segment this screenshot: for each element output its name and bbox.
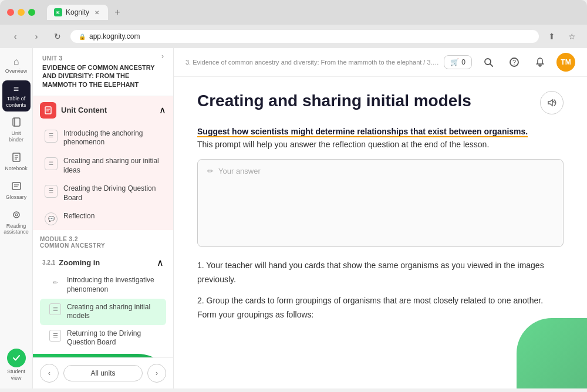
module-sub: 3.2.1 Zooming in ∧ ✏ Introducing the inv…: [40, 254, 166, 352]
share-icon[interactable]: ⬆: [544, 28, 560, 45]
browser-tabs: K Kognity ✕ +: [47, 5, 124, 20]
unit-item-intro-anchoring[interactable]: ☰ Introducing the anchoring phenomenon: [33, 124, 173, 152]
sidebar-unit-header: UNIT 3 EVIDENCE OF COMMON ANCESTRY AND D…: [33, 48, 173, 96]
unit-item-icon: ☰: [45, 130, 58, 143]
module-item-label: Introducing the investigative phenomenon: [67, 276, 164, 294]
browser-chrome: K Kognity ✕ + ‹ › ↻ 🔒 app.kognity.com ⬆ …: [0, 0, 587, 48]
svg-point-10: [15, 214, 18, 216]
prompt-body: This prompt will help you answer the ref…: [197, 140, 489, 149]
cart-count: 0: [461, 58, 465, 66]
next-button[interactable]: ›: [147, 364, 166, 383]
unit-item-label: Introducing the anchoring phenomenon: [63, 129, 166, 147]
forward-button[interactable]: ›: [28, 28, 45, 45]
glossary-label: Glossary: [6, 194, 27, 201]
search-button[interactable]: [479, 53, 498, 72]
zooming-in-chevron-icon: ∧: [157, 257, 164, 268]
binder-label: Unit binder: [5, 130, 28, 143]
main-content: 3. Evidence of common ancestry and diver…: [174, 48, 587, 388]
module-item-doc-icon: ☰: [49, 303, 61, 315]
bookmark-icon[interactable]: ☆: [564, 28, 580, 45]
unit-item-icon: ☰: [45, 157, 58, 170]
unit-item-creating-sharing[interactable]: ☰ Creating and sharing our initial ideas: [33, 152, 173, 180]
announcement-button[interactable]: [540, 91, 564, 114]
main-decoration: [517, 318, 587, 388]
module-item-label: Returning to the Driving Question Board: [67, 329, 164, 347]
module-item-intro-investigative[interactable]: ✏ Introducing the investigative phenomen…: [40, 272, 166, 298]
module-section: MODULE 3.2 COMMON ANCESTRY 3.2.1 Zooming…: [33, 230, 173, 354]
sidebar-item-student-view[interactable]: Student view: [2, 346, 31, 384]
binder-icon: [12, 117, 21, 129]
title-bar: K Kognity ✕ +: [0, 0, 587, 25]
prompt-text: Suggest how scientists might determine r…: [197, 125, 564, 151]
cart-icon: 🛒: [450, 58, 459, 66]
unit-content-title: Unit Content: [40, 102, 107, 119]
unit-title: EVIDENCE OF COMMON ANCESTRY AND DIVERSIT…: [42, 63, 161, 89]
sidebar-item-glossary[interactable]: Glossary: [2, 178, 31, 204]
unit-item-creating-dqb[interactable]: ☰ Creating the Driving Question Board: [33, 180, 173, 207]
unit-content-icon: [40, 102, 56, 119]
sidebar-collapse-button[interactable]: ›: [161, 52, 164, 60]
unit-label: UNIT 3: [42, 55, 164, 62]
module-sub-title: 3.2.1 Zooming in: [42, 258, 100, 267]
sidebar-item-notebook[interactable]: Notebook: [2, 149, 31, 175]
address-bar[interactable]: 🔒 app.kognity.com: [70, 30, 539, 43]
refresh-button[interactable]: ↻: [49, 28, 66, 45]
sidebar-item-binder[interactable]: Unit binder: [2, 114, 31, 147]
unit-item-label: Creating and sharing our initial ideas: [63, 157, 166, 175]
unit-item-icon: ☰: [45, 185, 58, 198]
notification-button[interactable]: [531, 53, 549, 72]
lock-icon: 🔒: [79, 33, 86, 40]
overview-label: Overview: [5, 68, 28, 75]
new-tab-button[interactable]: +: [110, 5, 124, 19]
reading-icon: [12, 210, 21, 222]
notebook-icon: [12, 153, 21, 164]
sidebar-item-toc[interactable]: ≡ Table of contents: [2, 80, 31, 112]
close-button[interactable]: [7, 9, 14, 16]
cart-button[interactable]: 🛒 0: [444, 55, 472, 69]
reading-label: Reading assistance: [4, 223, 29, 236]
content-text-2: 2. Group the cards to form groupings of …: [197, 294, 564, 322]
answer-input-area[interactable]: ✏ Your answer: [197, 159, 564, 247]
user-avatar[interactable]: TM: [556, 53, 575, 72]
notebook-label: Notebook: [5, 165, 28, 172]
help-button[interactable]: ?: [505, 53, 524, 72]
svg-text:?: ?: [512, 59, 516, 66]
tab-close-icon[interactable]: ✕: [93, 8, 101, 16]
tab-favicon: K: [54, 8, 62, 16]
all-units-button[interactable]: All units: [63, 365, 143, 381]
sidebar-item-reading[interactable]: Reading assistance: [2, 207, 31, 239]
main-body: Creating and sharing initial models Sugg…: [174, 77, 587, 388]
unit-item-label: Creating the Driving Question Board: [63, 184, 166, 202]
prompt-highlight: Suggest how scientists might determine r…: [197, 127, 528, 137]
module-sub-header[interactable]: 3.2.1 Zooming in ∧: [40, 254, 166, 272]
unit-item-reflection[interactable]: 💬 Reflection: [33, 207, 173, 230]
maximize-button[interactable]: [28, 9, 35, 16]
active-tab[interactable]: K Kognity ✕: [47, 5, 108, 20]
unit-content-chevron-icon: ∧: [159, 104, 166, 116]
main-header: 3. Evidence of common ancestry and diver…: [174, 48, 587, 77]
header-actions: 🛒 0 ? TM: [444, 53, 575, 72]
sidebar-item-overview[interactable]: ⌂ Overview: [2, 53, 31, 78]
module-item-returning-dqb[interactable]: ☰ Returning to the Driving Question Boar…: [40, 325, 166, 352]
zooming-in-label: Zooming in: [59, 258, 100, 267]
minimize-button[interactable]: [18, 9, 25, 16]
back-button[interactable]: ‹: [7, 28, 23, 45]
module-item-creating-sharing-initial[interactable]: ☰ Creating and sharing initial models: [40, 299, 166, 325]
prompt-section: Suggest how scientists might determine r…: [197, 125, 564, 248]
svg-rect-11: [45, 107, 51, 114]
answer-placeholder: Your answer: [218, 167, 261, 175]
student-view-circle: [7, 349, 26, 367]
glossary-icon: [12, 181, 21, 193]
module-item-pencil-icon: ✏: [49, 276, 61, 288]
unit-content-label: Unit Content: [61, 106, 107, 114]
content-text-1: 1. Your teacher will hand you cards that…: [197, 259, 564, 287]
toc-label: Table of contents: [5, 96, 28, 109]
previous-button[interactable]: ‹: [40, 364, 59, 383]
svg-point-9: [14, 212, 19, 218]
unit-content-header[interactable]: Unit Content ∧: [33, 96, 173, 124]
module-item-doc-icon: ☰: [49, 330, 61, 342]
home-icon: ⌂: [14, 56, 19, 67]
unit-item-icon: 💬: [45, 212, 58, 225]
sidebar-scroll: Unit Content ∧ ☰ Introducing the anchori…: [33, 96, 173, 357]
toolbar-actions: ⬆ ☆: [544, 28, 580, 45]
